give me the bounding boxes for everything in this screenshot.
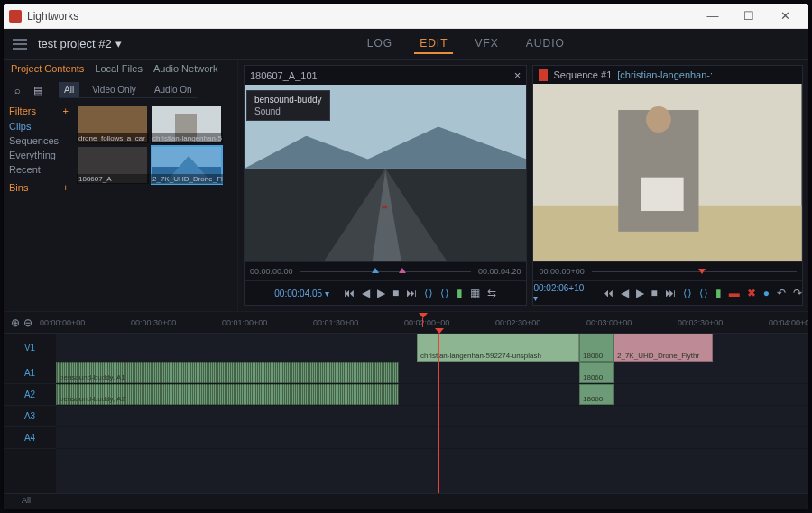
svg-rect-18 bbox=[641, 178, 684, 211]
sidebar-sequences[interactable]: Sequences bbox=[9, 133, 69, 148]
overwrite-icon[interactable]: ▦ bbox=[470, 287, 480, 299]
track-a2[interactable]: A2 bbox=[4, 384, 56, 406]
mode-audio[interactable]: AUDIO bbox=[521, 34, 570, 54]
source-scrub[interactable] bbox=[300, 268, 471, 275]
project-dropdown[interactable]: test project #2 ▾ bbox=[38, 37, 122, 50]
zoom-out-icon[interactable]: ⊖ bbox=[23, 316, 32, 329]
record-marker-icon bbox=[539, 69, 548, 81]
cue-icon[interactable]: ▮ bbox=[715, 287, 722, 299]
tooltip-type: Sound bbox=[254, 106, 322, 116]
track-v1[interactable]: V1 bbox=[4, 334, 56, 362]
track-a3[interactable]: A3 bbox=[4, 406, 56, 427]
filter-audio-only[interactable]: Audio On bbox=[149, 82, 198, 97]
goto-end-icon[interactable]: ⏭ bbox=[665, 287, 676, 299]
filter-all[interactable]: All bbox=[59, 82, 79, 97]
redo-icon[interactable]: ↷ bbox=[793, 287, 802, 299]
record-viewer: Sequence #1 [christian-langenhan-: bbox=[532, 65, 803, 306]
window-maximize[interactable]: ☐ bbox=[731, 4, 767, 29]
mark-out-icon[interactable]: ⟨⟩ bbox=[440, 287, 449, 299]
clip-thumb[interactable]: christian-langenhan-5 bbox=[151, 105, 223, 143]
clip-caption: drone_follows_a_car bbox=[77, 133, 149, 143]
tc-in: 00:00:00.00 bbox=[250, 267, 293, 276]
stop-icon[interactable]: ■ bbox=[392, 287, 399, 299]
app-logo bbox=[9, 10, 22, 23]
audio-clip[interactable]: 18060 bbox=[579, 362, 614, 383]
tc-current: 00:02:06+10 ▾ bbox=[533, 283, 587, 303]
add-bin-icon[interactable]: + bbox=[63, 182, 69, 193]
list-view-icon[interactable]: ▤ bbox=[30, 83, 46, 98]
clip-thumb[interactable]: drone_follows_a_car bbox=[77, 105, 149, 143]
play-icon[interactable]: ▶ bbox=[377, 287, 385, 299]
filter-video-only[interactable]: Video Only bbox=[87, 82, 142, 97]
goto-end-icon[interactable]: ⏭ bbox=[406, 287, 417, 299]
clip-thumb[interactable]: 180607_A bbox=[77, 145, 149, 184]
sidebar-everything[interactable]: Everything bbox=[9, 148, 69, 162]
clip-thumb-selected[interactable]: 2_7K_UHD_Drone_Fly bbox=[151, 145, 223, 184]
record-video[interactable] bbox=[533, 84, 802, 261]
sidebar-bins-header[interactable]: Bins + bbox=[9, 182, 69, 193]
mode-log[interactable]: LOG bbox=[362, 34, 398, 54]
mode-vfx[interactable]: VFX bbox=[469, 34, 503, 54]
mark-out-icon[interactable]: ⟨⟩ bbox=[699, 287, 708, 299]
audio-clip[interactable]: bensound-buddy, A2 bbox=[56, 384, 399, 405]
sidebar-recent[interactable]: Recent bbox=[9, 162, 69, 177]
undo-icon[interactable]: ↶ bbox=[777, 287, 786, 299]
sidebar-clips[interactable]: Clips bbox=[9, 119, 69, 133]
tc-current: 00:00:04.05 ▾ bbox=[274, 289, 329, 298]
add-filter-icon[interactable]: + bbox=[63, 105, 69, 116]
track-a4[interactable]: A4 bbox=[4, 427, 56, 449]
replace-icon[interactable]: ⇆ bbox=[487, 287, 496, 299]
window-title: Lightworks bbox=[27, 10, 78, 23]
audio-clip[interactable]: bensound-buddy, A1 bbox=[56, 362, 399, 383]
record-scrub[interactable] bbox=[592, 268, 797, 275]
clip-tooltip: bensound-buddy Sound bbox=[246, 90, 330, 121]
play-icon[interactable]: ▶ bbox=[636, 287, 644, 299]
track-a1[interactable]: A1 bbox=[4, 362, 56, 384]
source-video[interactable]: bensound-buddy Sound bbox=[245, 85, 526, 261]
sidebar-filters-header[interactable]: Filters + bbox=[9, 105, 69, 116]
mic-icon[interactable]: ● bbox=[763, 287, 770, 299]
window-close[interactable]: ✕ bbox=[767, 4, 803, 29]
goto-start-icon[interactable]: ⏮ bbox=[344, 287, 355, 299]
clip-caption: christian-langenhan-5 bbox=[151, 133, 223, 143]
search-icon[interactable]: ⌕ bbox=[11, 83, 24, 97]
play-back-icon[interactable]: ◀ bbox=[621, 287, 629, 299]
menu-icon[interactable] bbox=[13, 39, 27, 50]
window-minimize[interactable]: — bbox=[695, 4, 731, 29]
insert-icon[interactable]: ▮ bbox=[457, 287, 463, 299]
clip[interactable]: 2_7K_UHD_Drone_Flythr bbox=[614, 334, 713, 362]
clip[interactable]: christian-langenhan-592274-unsplash bbox=[417, 334, 579, 362]
clip[interactable]: 18060 bbox=[579, 334, 614, 362]
svg-rect-13 bbox=[382, 206, 387, 208]
chevron-down-icon: ▾ bbox=[115, 37, 122, 50]
mark-in-icon[interactable]: ⟨⟩ bbox=[424, 287, 433, 299]
remove-icon[interactable]: ▬ bbox=[729, 287, 740, 299]
tc-out: 00:00:04.20 bbox=[478, 267, 521, 276]
goto-start-icon[interactable]: ⏮ bbox=[603, 287, 614, 299]
track-all[interactable]: All bbox=[4, 493, 808, 509]
svg-point-17 bbox=[646, 106, 671, 133]
playhead[interactable] bbox=[422, 318, 423, 327]
delete-icon[interactable]: ✖ bbox=[747, 287, 756, 299]
tab-audio-network[interactable]: Audio Network bbox=[153, 63, 218, 74]
timeline-ruler[interactable]: 00:00:00+00 00:00:30+00 00:01:00+00 00:0… bbox=[40, 318, 808, 327]
sequence-name: Sequence #1 bbox=[553, 69, 612, 80]
audio-clip[interactable]: 18060 bbox=[579, 384, 614, 405]
clip-caption: 180607_A bbox=[77, 174, 149, 184]
source-clip-name: 180607_A_101 bbox=[250, 70, 318, 81]
clip-caption: 2_7K_UHD_Drone_Fly bbox=[151, 174, 223, 184]
tc-in: 00:00:00+00 bbox=[539, 267, 584, 276]
stop-icon[interactable]: ■ bbox=[651, 287, 658, 299]
sequence-sub: [christian-langenhan-: bbox=[617, 69, 713, 80]
zoom-in-icon[interactable]: ⊕ bbox=[11, 316, 20, 329]
close-source-icon[interactable]: × bbox=[514, 69, 521, 82]
tab-project-contents[interactable]: Project Contents bbox=[11, 63, 84, 74]
play-back-icon[interactable]: ◀ bbox=[362, 287, 370, 299]
timeline-tracks[interactable]: christian-langenhan-592274-unsplash 1806… bbox=[56, 334, 808, 493]
source-viewer: 180607_A_101 × bbox=[244, 65, 527, 306]
mark-in-icon[interactable]: ⟨⟩ bbox=[683, 287, 692, 299]
tab-local-files[interactable]: Local Files bbox=[95, 63, 143, 74]
mode-edit[interactable]: EDIT bbox=[414, 34, 453, 54]
tooltip-name: bensound-buddy bbox=[254, 95, 322, 105]
playhead-line[interactable] bbox=[438, 334, 439, 493]
